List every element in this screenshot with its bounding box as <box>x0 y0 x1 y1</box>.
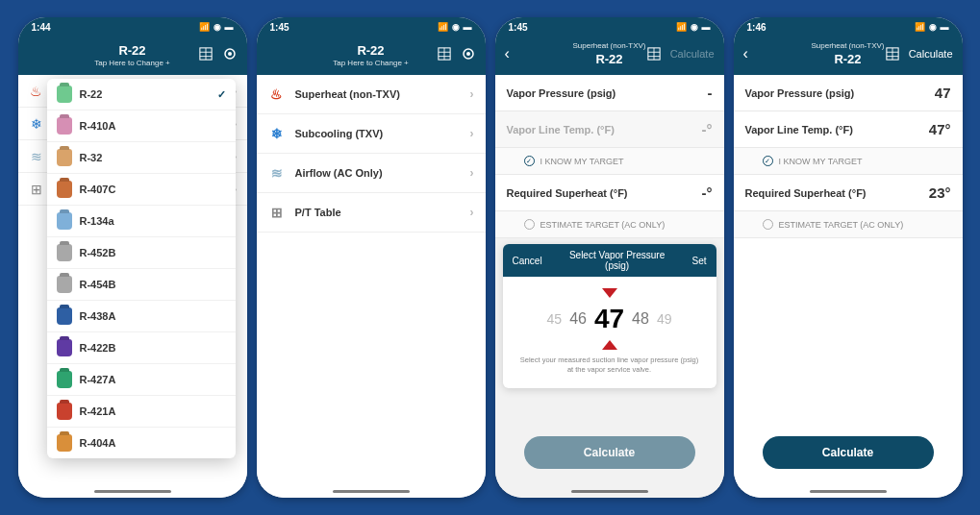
check-circle-icon <box>524 156 535 166</box>
status-icons: 📶◉▬ <box>915 22 949 32</box>
tank-icon <box>57 434 72 452</box>
menu-subcooling[interactable]: ❄Subcooling (TXV)› <box>257 114 486 154</box>
refrigerant-option[interactable]: R-407C <box>47 174 236 206</box>
tank-icon <box>57 117 72 135</box>
status-icons: 📶◉▬ <box>199 22 234 32</box>
picker-wheel[interactable]: 45 46 47 48 49 <box>503 298 716 340</box>
svg-point-5 <box>228 52 232 56</box>
tank-icon <box>57 181 72 198</box>
circle-icon <box>524 219 535 230</box>
phone-screen-1: 1:44 📶◉▬ R-22 Tap Here to Change + ♨› ❄›… <box>18 17 247 498</box>
calculate-button[interactable]: Calculate <box>524 436 695 469</box>
vapor-line-temp-field[interactable]: Vapor Line Temp. (°F)47° <box>734 111 963 148</box>
vapor-pressure-field[interactable]: Vapor Pressure (psig)- <box>495 75 724 111</box>
required-superheat-field[interactable]: Required Superheat (°F)-° <box>495 175 724 211</box>
battery-icon: ▬ <box>225 22 234 32</box>
refrigerant-option[interactable]: R-410A <box>47 110 236 142</box>
picker-cancel[interactable]: Cancel <box>513 256 542 266</box>
status-bar: 1:45 📶◉▬ <box>257 17 486 37</box>
menu-superheat[interactable]: ♨Superheat (non-TXV)› <box>257 75 486 114</box>
vapor-pressure-field[interactable]: Vapor Pressure (psig)47 <box>734 75 963 111</box>
gear-icon[interactable] <box>222 46 238 61</box>
tank-icon <box>57 244 72 261</box>
calculate-link[interactable]: Calculate <box>909 48 953 60</box>
menu-pt-table[interactable]: ⊞P/T Table› <box>257 193 486 233</box>
tank-icon <box>57 403 72 420</box>
wifi-icon: ◉ <box>691 22 698 32</box>
status-bar: 1:44 📶◉▬ <box>18 17 247 37</box>
wifi-icon: ◉ <box>929 22 937 32</box>
home-indicator[interactable] <box>810 490 887 493</box>
wifi-icon: ◉ <box>214 22 221 32</box>
refrigerant-option[interactable]: R-422B <box>47 332 236 364</box>
battery-icon: ▬ <box>464 22 472 32</box>
grid-icon: ⊞ <box>28 181 45 198</box>
tank-icon <box>57 149 72 166</box>
phone-screen-4: 1:46 📶◉▬ ‹ Superheat (non-TXV) R-22 Calc… <box>734 17 963 498</box>
app-header: ‹ Superheat (non-TXV) R-22 Calculate <box>495 37 724 75</box>
i-know-target-option[interactable]: I KNOW MY TARGET <box>495 148 724 175</box>
estimate-target-option[interactable]: ESTIMATE TARGET (AC ONLY) <box>734 211 963 238</box>
picker-set[interactable]: Set <box>691 256 706 266</box>
calculate-button[interactable]: Calculate <box>763 436 934 469</box>
wind-icon: ≋ <box>28 148 45 165</box>
chevron-right-icon: › <box>470 166 474 180</box>
chevron-right-icon: › <box>470 87 474 101</box>
svg-point-11 <box>466 52 470 56</box>
chevron-right-icon: › <box>470 127 474 140</box>
content-area: ♨Superheat (non-TXV)› ❄Subcooling (TXV)›… <box>257 75 486 498</box>
refrigerant-option[interactable]: R-454B <box>47 269 236 301</box>
i-know-target-option[interactable]: I KNOW MY TARGET <box>734 148 963 175</box>
signal-icon: 📶 <box>199 22 210 32</box>
wifi-icon: ◉ <box>452 22 460 32</box>
refrigerant-title: R-22 <box>357 43 384 58</box>
arrow-down-icon <box>602 288 617 298</box>
flame-icon: ♨ <box>28 83 45 100</box>
required-superheat-field[interactable]: Required Superheat (°F)23° <box>734 175 963 211</box>
menu-airflow[interactable]: ≋Airflow (AC Only)› <box>257 154 486 193</box>
phone-screen-2: 1:45 📶◉▬ R-22 Tap Here to Change + ♨Supe… <box>257 17 486 498</box>
vapor-line-temp-field[interactable]: Vapor Line Temp. (°F)-° <box>495 111 724 148</box>
refrigerant-option[interactable]: R-452B <box>47 237 236 269</box>
chevron-right-icon: › <box>470 206 474 219</box>
pt-table-icon[interactable] <box>886 47 899 61</box>
refrigerant-option[interactable]: R-32 <box>47 142 236 174</box>
grid-icon: ⊞ <box>268 204 286 221</box>
content-area: ♨› ❄› ≋› ⊞› R-22✓ R-410A R-32 R-407C R-1… <box>18 75 247 498</box>
clock: 1:45 <box>270 22 289 33</box>
clock: 1:45 <box>509 22 528 33</box>
flame-icon: ♨ <box>268 86 286 103</box>
gear-icon[interactable] <box>461 46 476 61</box>
home-indicator[interactable] <box>94 490 171 493</box>
pt-table-icon[interactable] <box>438 47 451 61</box>
refrigerant-title: R-22 <box>595 52 622 66</box>
refrigerant-title: R-22 <box>834 52 861 66</box>
refrigerant-option[interactable]: R-134a <box>47 206 236 237</box>
refrigerant-dropdown: R-22✓ R-410A R-32 R-407C R-134a R-452B R… <box>47 79 236 458</box>
status-icons: 📶◉▬ <box>676 22 711 32</box>
tank-icon <box>57 86 72 103</box>
calculate-link[interactable]: Calculate <box>670 48 715 60</box>
refrigerant-option[interactable]: R-22✓ <box>47 79 236 110</box>
home-indicator[interactable] <box>333 490 410 493</box>
signal-icon: 📶 <box>438 22 448 32</box>
battery-icon: ▬ <box>702 22 711 32</box>
clock: 1:46 <box>747 22 766 33</box>
tank-icon <box>57 276 72 293</box>
refrigerant-option[interactable]: R-421A <box>47 396 236 428</box>
tank-icon <box>57 307 72 325</box>
refrigerant-option[interactable]: R-404A <box>47 428 236 458</box>
home-indicator[interactable] <box>571 490 648 493</box>
status-icons: 📶◉▬ <box>438 22 472 32</box>
estimate-target-option[interactable]: ESTIMATE TARGET (AC ONLY) <box>495 211 724 238</box>
status-bar: 1:46 📶◉▬ <box>734 17 963 37</box>
content-area: Vapor Pressure (psig)- Vapor Line Temp. … <box>495 75 724 498</box>
refrigerant-option[interactable]: R-427A <box>47 364 236 396</box>
check-icon: ✓ <box>217 88 226 101</box>
refrigerant-option[interactable]: R-438A <box>47 301 236 332</box>
snowflake-icon: ❄ <box>268 125 286 142</box>
tank-icon <box>57 212 72 230</box>
pt-table-icon[interactable] <box>199 47 213 61</box>
battery-icon: ▬ <box>941 22 949 32</box>
pt-table-icon[interactable] <box>647 47 661 61</box>
